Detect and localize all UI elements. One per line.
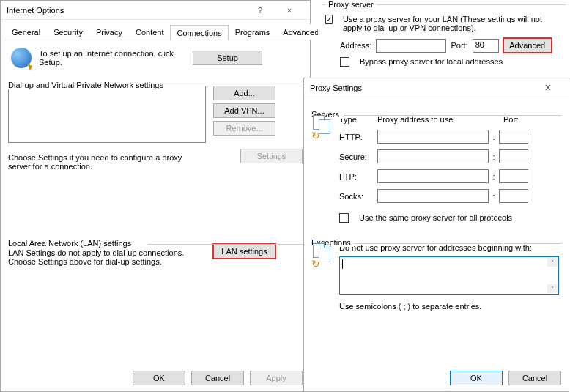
exceptions-note: Use semicolons ( ; ) to separate entries… [339,302,561,311]
port-input[interactable]: 80 [473,39,499,53]
apply-button: Apply [250,371,303,385]
window-title: Proxy Settings [310,84,533,92]
tab-programs[interactable]: Programs [229,24,277,40]
exceptions-hint: Do not use proxy server for addresses be… [339,243,561,252]
server-addr-input[interactable] [377,149,489,163]
ok-button[interactable]: OK [133,371,185,385]
server-row-label: Socks: [339,192,377,201]
add-button[interactable]: Add... [213,86,275,100]
dialog-buttons: OK Cancel Apply [133,371,303,385]
lan-settings-button[interactable]: LAN settings [213,244,275,259]
addr-header: Proxy address to use [377,115,493,124]
window-title: Internet Options [7,6,245,15]
server-addr-input[interactable] [377,189,489,203]
tab-content[interactable]: Content [129,24,171,40]
same-proxy-label: Use the same proxy server for all protoc… [359,213,512,222]
scrollbar[interactable]: ˄˅ [547,258,558,293]
server-row-label: FTP: [339,172,377,181]
internet-options-window: Internet Options ? × General Security Pr… [0,0,311,392]
cancel-button[interactable]: Cancel [508,371,561,385]
text-caret [342,259,343,269]
tab-body: To set up an Internet connection, click … [1,40,310,273]
dialup-group-label: Dial-up and Virtual Private Network sett… [8,81,166,89]
ok-button[interactable]: OK [450,371,503,385]
use-proxy-label: Use a proxy server for your LAN (These s… [343,15,563,32]
servers-icon [311,115,332,140]
address-label: Address: [340,41,371,50]
titlebar: Internet Options ? × [1,1,310,20]
exceptions-icon [311,243,332,268]
address-input[interactable] [376,39,446,53]
exceptions-input[interactable]: ˄˅ [339,256,559,295]
tab-privacy[interactable]: Privacy [89,24,129,40]
server-addr-input[interactable] [377,169,489,183]
bypass-label: Bypass proxy server for local addresses [360,57,503,66]
type-header: Type [339,115,377,124]
tab-strip: General Security Privacy Content Connect… [5,24,306,40]
dialup-settings-button: Settings [240,149,303,163]
close-button[interactable]: × [275,2,304,18]
globe-icon [11,48,32,68]
close-button[interactable]: × [533,80,563,96]
lan-hint: LAN Settings do not apply to dial-up con… [8,248,206,266]
proxy-server-group: Proxy server [325,0,377,9]
server-port-input[interactable] [499,189,528,203]
port-label: Port: [451,41,467,50]
bypass-checkbox[interactable] [340,57,349,67]
tab-connections[interactable]: Connections [170,25,228,40]
proxy-settings-window: Proxy Settings × Servers Type Proxy addr… [303,78,569,392]
tab-security[interactable]: Security [47,24,89,40]
lan-group-label: Local Area Network (LAN) settings [8,239,134,248]
add-vpn-button[interactable]: Add VPN... [213,103,275,118]
same-proxy-checkbox[interactable] [339,213,349,223]
help-button[interactable]: ? [245,2,275,18]
server-port-input[interactable] [499,130,528,144]
advanced-button[interactable]: Advanced [503,38,552,53]
remove-button: Remove... [213,121,275,136]
use-proxy-checkbox[interactable]: ✓ [325,15,333,24]
server-addr-input[interactable] [377,130,489,144]
server-row-label: HTTP: [339,133,377,141]
port-header: Port [503,115,518,124]
server-port-input[interactable] [499,149,528,163]
setup-text: To set up an Internet connection, click … [39,49,185,67]
tab-general[interactable]: General [5,24,47,40]
server-row-label: Secure: [339,152,377,161]
setup-button[interactable]: Setup [193,51,262,65]
proxy-server-panel: Proxy server ✓ Use a proxy server for yo… [318,0,570,74]
server-port-input[interactable] [499,169,528,183]
cancel-button[interactable]: Cancel [191,371,244,385]
dialup-listbox[interactable] [8,86,206,143]
titlebar: Proxy Settings × [304,78,569,97]
choose-settings-text: Choose Settings if you need to configure… [8,153,199,171]
